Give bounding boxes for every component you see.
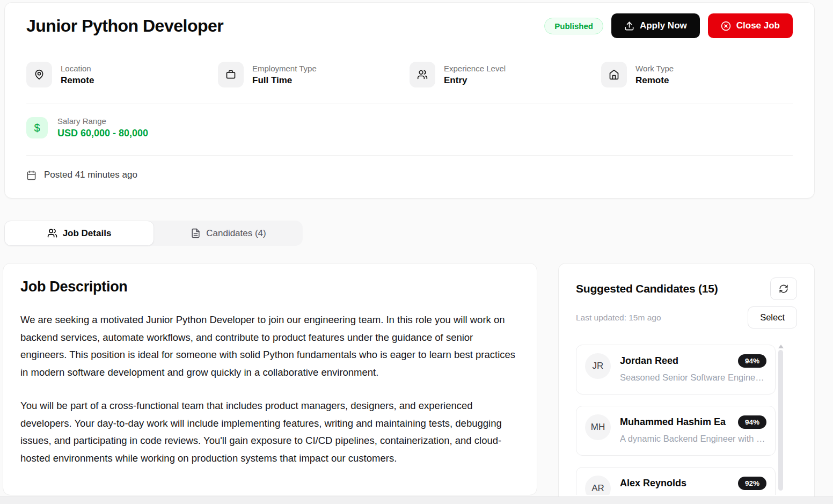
location-value: Remote [61,75,94,86]
job-description-paragraph: We are seeking a motivated Junior Python… [20,311,520,381]
match-score-badge: 92% [738,477,766,490]
info-location: Location Remote [26,62,218,87]
suggested-candidates-title: Suggested Candidates (15) [576,282,718,295]
experience-level-value: Entry [444,75,506,86]
avatar: MH [585,414,611,440]
dollar-icon: $ [26,117,48,138]
scroll-up-arrow-icon [778,345,784,348]
candidate-summary: A dynamic Backend Engineer with 7+… [620,434,766,444]
info-work-type: Work Type Remote [601,62,793,87]
apply-now-button[interactable]: Apply Now [611,13,700,38]
divider [26,155,793,156]
x-circle-icon [721,21,731,31]
candidate-name: Jordan Reed [620,355,678,367]
divider [26,104,793,104]
work-type-value: Remote [635,75,674,86]
candidate-summary: Seasoned Senior Software Engineer … [620,372,766,383]
tab-bar: Job Details Candidates (4) [4,221,303,246]
last-updated-text: Last updated: 15m ago [576,313,661,323]
suggested-candidates-panel: Suggested Candidates (15) Last updated: … [558,263,815,499]
job-description-title: Job Description [20,279,520,295]
candidate-name: Alex Reynolds [620,478,686,489]
users-icon [410,62,435,87]
candidate-card[interactable]: MH Muhammed Hashim Ea 94% A dynamic Back… [576,406,776,456]
work-type-label: Work Type [635,64,674,73]
upload-icon [624,21,634,31]
calendar-icon [26,170,36,180]
refresh-icon [779,284,788,294]
scrollbar-thumb[interactable] [778,350,783,491]
candidate-name: Muhammed Hashim Ea [620,417,726,428]
map-pin-icon [26,62,52,87]
page-title: Junior Python Developer [26,16,223,36]
job-header-card: Junior Python Developer Published Apply … [4,2,815,199]
posted-text: Posted 41 minutes ago [44,170,137,180]
file-text-icon [191,228,201,238]
apply-now-label: Apply Now [640,20,687,31]
match-score-badge: 94% [738,415,766,429]
candidate-card[interactable]: AR Alex Reynolds 92% [576,467,776,495]
job-description-card: Job Description We are seeking a motivat… [3,263,537,495]
tab-job-details-label: Job Details [63,228,112,239]
job-description-paragraph: You will be part of a cross-functional t… [20,397,520,467]
refresh-button[interactable] [770,277,797,300]
header-actions: Published Apply Now Close Job [544,13,793,38]
location-label: Location [61,64,94,73]
users-icon [47,228,57,238]
candidate-list: JR Jordan Reed 94% Seasoned Senior Softw… [576,345,797,495]
close-job-label: Close Job [736,20,780,31]
select-button[interactable]: Select [748,306,797,328]
home-icon [601,62,627,87]
salary-label: Salary Range [57,116,148,126]
info-experience-level: Experience Level Entry [410,62,601,87]
employment-type-label: Employment Type [252,64,317,73]
horizontal-scrollbar-track[interactable] [0,496,833,504]
salary-value: USD 60,000 - 80,000 [57,128,148,139]
close-job-button[interactable]: Close Job [708,13,793,38]
job-info-grid: Location Remote Employment Type Full Tim… [26,62,793,87]
salary-row: $ Salary Range USD 60,000 - 80,000 [26,116,793,139]
tab-candidates[interactable]: Candidates (4) [154,221,303,246]
match-score-badge: 94% [738,354,766,368]
candidate-list-scrollbar[interactable] [778,345,783,495]
tab-job-details[interactable]: Job Details [4,221,154,246]
employment-type-value: Full Time [252,75,317,86]
briefcase-icon [218,62,244,87]
tab-candidates-label: Candidates (4) [206,228,266,239]
posted-row: Posted 41 minutes ago [26,170,793,180]
status-badge: Published [544,18,603,34]
candidate-card[interactable]: JR Jordan Reed 94% Seasoned Senior Softw… [576,345,776,395]
avatar: JR [585,353,611,379]
avatar: AR [585,476,611,495]
info-employment-type: Employment Type Full Time [218,62,410,87]
experience-level-label: Experience Level [444,64,506,73]
